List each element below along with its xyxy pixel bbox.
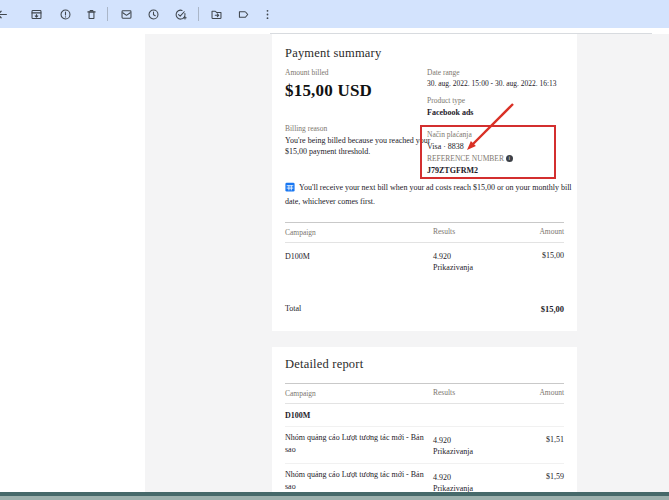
amount-billed-value: $15,00 USD <box>285 81 425 101</box>
campaign-cell: Nhóm quảng cáo Lượt tương tác mới - Bản … <box>285 469 433 492</box>
table-row: Nhóm quảng cáo Lượt tương tác mới - Bản … <box>285 463 564 492</box>
add-to-tasks-icon[interactable] <box>174 8 187 21</box>
gmail-message-view: Payment summary Amount billed $15,00 USD… <box>0 0 669 500</box>
column-header-campaign: Campaign <box>285 227 433 238</box>
campaign-cell: Nhóm quảng cáo Lượt tương tác mới - Bản … <box>285 432 433 456</box>
amount-cell: $15,00 <box>509 251 564 260</box>
billing-reason-value: You're being billed because you reached … <box>285 135 435 157</box>
billing-reason-block: Billing reason You're being billed becau… <box>285 124 435 157</box>
detailed-report-card: Detailed report Campaign Results Amount … <box>272 347 577 492</box>
product-type-block: Product type Facebook ads <box>427 96 569 118</box>
date-range-block: Date range 30. aug. 2022. 15:00 - 30. au… <box>427 68 569 89</box>
table-header-row: Campaign Results Amount <box>285 222 564 243</box>
payment-method-value: Visa · 8838 <box>427 141 552 152</box>
column-header-results: Results <box>433 388 509 399</box>
column-header-results: Results <box>433 227 509 238</box>
detailed-report-title: Detailed report <box>285 357 363 372</box>
reference-number-value: J79ZTGFRM2 <box>427 165 552 176</box>
more-options-icon[interactable] <box>261 8 274 21</box>
labels-icon[interactable] <box>237 8 250 21</box>
snooze-icon[interactable] <box>147 8 160 21</box>
column-header-amount: Amount <box>509 227 564 236</box>
results-cell: 4.920Prikazivanja <box>433 432 509 457</box>
amount-billed-label: Amount billed <box>285 68 425 79</box>
table-row: D100M 4.920Prikazivanja $15,00 <box>285 243 564 279</box>
total-row: Total $15,00 <box>285 304 564 314</box>
left-pane <box>0 28 145 492</box>
date-range-value: 30. aug. 2022. 15:00 - 30. aug. 2022. 16… <box>427 79 569 90</box>
campaign-cell: D100M <box>285 251 433 263</box>
billing-reason-label: Billing reason <box>285 124 435 135</box>
payment-method-label: Način plaćanja <box>427 130 552 141</box>
column-header-amount: Amount <box>509 388 564 397</box>
total-amount: $15,00 <box>301 304 564 314</box>
info-icon[interactable]: i <box>506 155 513 162</box>
report-spam-icon[interactable] <box>59 8 72 21</box>
total-label: Total <box>285 304 301 314</box>
window-bottom-edge-shadow <box>0 496 669 500</box>
campaign-group-row: D100M <box>285 404 564 426</box>
table-row: Nhóm quảng cáo Lượt tương tác mới - Bản … <box>285 426 564 462</box>
results-cell: 4.920Prikazivanja <box>433 469 509 492</box>
delete-icon[interactable] <box>85 8 98 21</box>
archive-icon[interactable] <box>30 8 43 21</box>
amount-cell: $1,51 <box>509 432 564 444</box>
detailed-report-table: Campaign Results Amount D100M Nhóm quảng… <box>285 383 564 492</box>
column-header-campaign: Campaign <box>285 388 433 399</box>
toolbar-separator <box>198 7 199 21</box>
payment-method-block: Način plaćanja Visa · 8838 REFERENCE NUM… <box>427 130 552 176</box>
reference-number-label: REFERENCE NUMBERi <box>427 154 552 165</box>
amount-billed-block: Amount billed $15,00 USD <box>285 68 425 101</box>
amount-cell: $1,59 <box>509 469 564 481</box>
table-header-row: Campaign Results Amount <box>285 383 564 404</box>
mark-as-unread-icon[interactable] <box>120 8 133 21</box>
payment-summary-card: Payment summary Amount billed $15,00 USD… <box>272 34 577 331</box>
toolbar-separator <box>107 7 108 21</box>
payment-summary-title: Payment summary <box>285 46 381 61</box>
move-to-icon[interactable] <box>210 8 223 21</box>
back-icon[interactable] <box>0 8 8 21</box>
results-cell: 4.920Prikazivanja <box>433 251 509 273</box>
product-type-label: Product type <box>427 96 569 107</box>
product-type-value: Facebook ads <box>427 107 569 118</box>
calendar-icon <box>285 182 295 196</box>
date-range-label: Date range <box>427 68 569 79</box>
email-toolbar <box>0 0 669 28</box>
next-bill-note: You'll receive your next bill when your … <box>285 182 579 208</box>
payment-summary-table: Campaign Results Amount D100M 4.920Prika… <box>285 222 564 314</box>
